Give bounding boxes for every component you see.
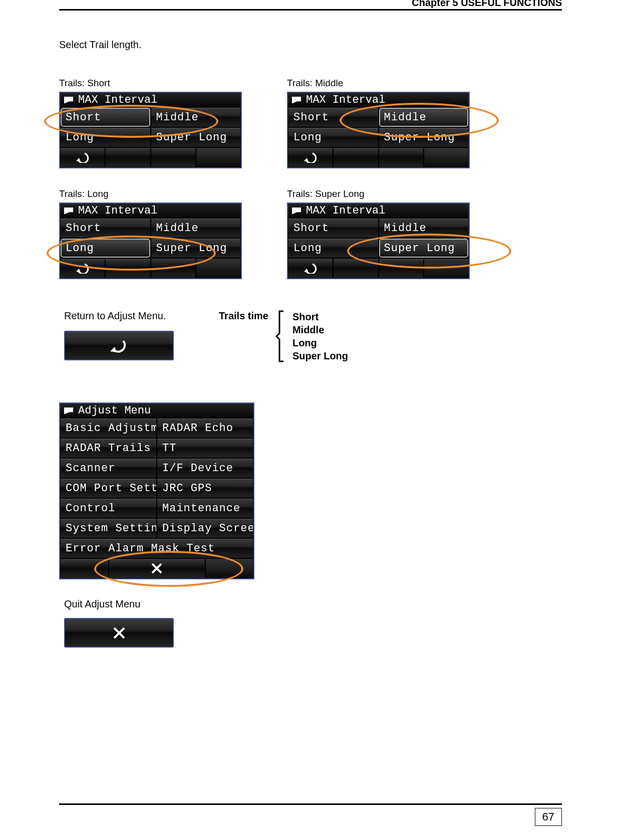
item-error-alarm-mask-test[interactable]: Error Alarm Mask Test bbox=[60, 538, 253, 558]
brace-icon bbox=[275, 310, 285, 362]
blank-seg bbox=[333, 258, 378, 278]
option-middle: Middle bbox=[292, 323, 348, 336]
caption-trails-long: Trails: Long bbox=[59, 188, 242, 199]
blank-seg bbox=[105, 147, 150, 167]
option-short: Short bbox=[292, 310, 348, 323]
option-middle[interactable]: Middle bbox=[151, 107, 241, 127]
option-long[interactable]: Long bbox=[288, 127, 379, 147]
back-button[interactable] bbox=[60, 258, 105, 278]
blank-seg bbox=[105, 258, 150, 278]
header-chapter: Chapter 5 USEFUL FUNCTIONS bbox=[412, 0, 562, 9]
caption-trails-short: Trails: Short bbox=[59, 78, 242, 89]
back-arrow-icon bbox=[303, 152, 318, 163]
trails-time-label: Trails time bbox=[219, 310, 268, 322]
back-arrow-icon bbox=[303, 263, 318, 274]
trails-time-block: Trails time Short Middle Long Super Long bbox=[219, 310, 447, 362]
back-arrow-icon bbox=[75, 152, 90, 163]
item-radar-echo[interactable]: RADAR Echo bbox=[157, 418, 253, 438]
item-jrc-gps[interactable]: JRC GPS bbox=[157, 478, 253, 498]
close-icon bbox=[150, 562, 163, 575]
blank-seg bbox=[379, 147, 424, 167]
option-short[interactable]: Short bbox=[60, 107, 151, 127]
option-short[interactable]: Short bbox=[60, 218, 151, 238]
menu-max-interval-middle: MAX Interval Short Middle Long Super Lon… bbox=[287, 92, 470, 168]
flag-icon bbox=[292, 97, 301, 104]
close-button[interactable] bbox=[109, 558, 205, 578]
back-arrow-icon bbox=[108, 338, 130, 353]
blank-seg bbox=[205, 558, 254, 578]
option-middle[interactable]: Middle bbox=[379, 107, 469, 127]
menu-bottom-row bbox=[60, 258, 241, 278]
blank-seg bbox=[379, 258, 424, 278]
option-middle[interactable]: Middle bbox=[151, 218, 241, 238]
menu-max-interval-superlong: MAX Interval Short Middle Long Super Lon… bbox=[287, 202, 470, 279]
menu-title-text: MAX Interval bbox=[306, 204, 385, 217]
blank-seg bbox=[151, 147, 196, 167]
menu-title: MAX Interval bbox=[60, 203, 241, 218]
menu-title: MAX Interval bbox=[288, 203, 469, 218]
menu-title-text: MAX Interval bbox=[306, 94, 385, 106]
close-icon bbox=[112, 625, 127, 641]
menu-title-text: MAX Interval bbox=[78, 204, 157, 217]
option-long[interactable]: Long bbox=[288, 238, 379, 258]
instruction-text: Select Trail length. bbox=[59, 39, 562, 51]
option-short[interactable]: Short bbox=[288, 218, 379, 238]
blank-seg bbox=[333, 147, 378, 167]
blank-seg bbox=[196, 258, 241, 278]
item-radar-trails[interactable]: RADAR Trails bbox=[60, 438, 157, 458]
back-button[interactable] bbox=[288, 258, 333, 278]
menu-max-interval-short: MAX Interval Short Middle Long Super Lon… bbox=[59, 92, 242, 168]
menu-bottom-row bbox=[60, 147, 241, 167]
item-display-screen[interactable]: Display Screen bbox=[157, 518, 253, 538]
back-arrow-icon bbox=[75, 263, 90, 274]
back-button[interactable] bbox=[288, 147, 333, 167]
item-if-device[interactable]: I/F Device bbox=[157, 458, 253, 478]
item-tt[interactable]: TT bbox=[157, 438, 253, 458]
blank-seg bbox=[151, 258, 196, 278]
menu-title: MAX Interval bbox=[60, 93, 241, 107]
blank-seg bbox=[424, 258, 469, 278]
menu-title-text: Adjust Menu bbox=[78, 404, 151, 417]
caption-trails-middle: Trails: Middle bbox=[287, 78, 470, 89]
return-button[interactable] bbox=[64, 331, 174, 360]
back-button[interactable] bbox=[60, 147, 105, 167]
option-long[interactable]: Long bbox=[60, 238, 151, 258]
blank-seg bbox=[424, 147, 469, 167]
blank-seg bbox=[60, 558, 109, 578]
option-super-long[interactable]: Super Long bbox=[379, 127, 469, 147]
menu-bottom-row bbox=[288, 258, 469, 278]
header-rule bbox=[59, 9, 562, 11]
trails-time-options: Short Middle Long Super Long bbox=[292, 310, 348, 362]
menu-bottom-row bbox=[288, 147, 469, 167]
item-com-port-setting[interactable]: COM Port Setting bbox=[60, 478, 157, 498]
option-long: Long bbox=[292, 336, 348, 349]
page-number: 67 bbox=[535, 808, 562, 826]
blank-seg bbox=[196, 147, 241, 167]
caption-quit: Quit Adjust Menu bbox=[64, 598, 562, 610]
caption-trails-superlong: Trails: Super Long bbox=[287, 188, 470, 199]
option-middle[interactable]: Middle bbox=[379, 218, 469, 238]
menu-title: Adjust Menu bbox=[60, 403, 253, 418]
item-basic-adjustment[interactable]: Basic Adjustment bbox=[60, 418, 157, 438]
flag-icon bbox=[64, 97, 73, 104]
option-super-long[interactable]: Super Long bbox=[379, 238, 469, 258]
item-system-setting[interactable]: System Setting bbox=[60, 518, 157, 538]
option-short[interactable]: Short bbox=[288, 107, 379, 127]
item-maintenance[interactable]: Maintenance bbox=[157, 498, 253, 518]
option-long[interactable]: Long bbox=[60, 127, 151, 147]
menu-title-text: MAX Interval bbox=[78, 94, 157, 106]
option-super-long[interactable]: Super Long bbox=[151, 127, 241, 147]
menu-max-interval-long: MAX Interval Short Middle Long Super Lon… bbox=[59, 202, 242, 279]
option-superlong: Super Long bbox=[292, 349, 348, 362]
quit-button[interactable] bbox=[64, 618, 174, 648]
caption-return: Return to Adjust Menu. bbox=[64, 310, 174, 322]
item-scanner[interactable]: Scanner bbox=[60, 458, 157, 478]
flag-icon bbox=[292, 207, 301, 215]
footer-rule bbox=[59, 803, 562, 805]
item-control[interactable]: Control bbox=[60, 498, 157, 518]
flag-icon bbox=[64, 407, 73, 414]
adjust-menu: Adjust Menu Basic Adjustment RADAR Echo … bbox=[59, 402, 254, 579]
option-super-long[interactable]: Super Long bbox=[151, 238, 241, 258]
menu-title: MAX Interval bbox=[288, 93, 469, 107]
flag-icon bbox=[64, 207, 73, 215]
